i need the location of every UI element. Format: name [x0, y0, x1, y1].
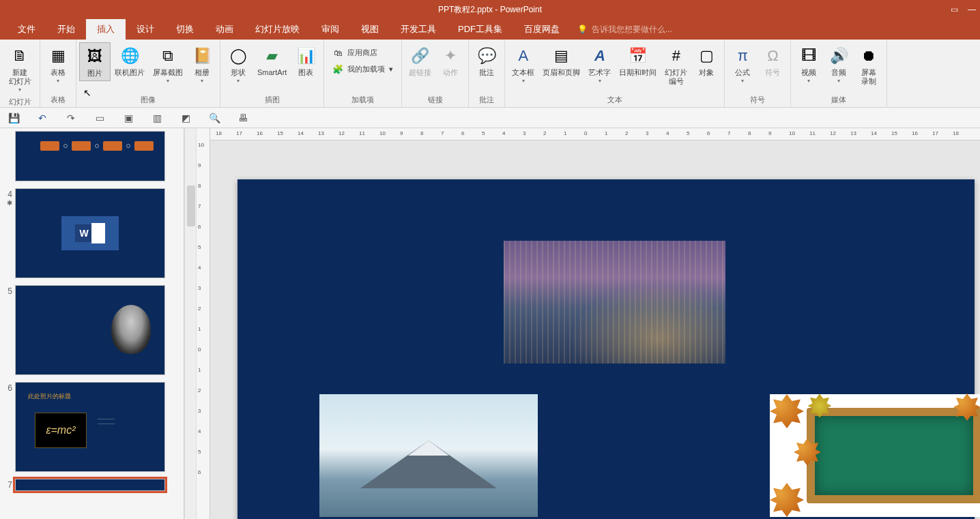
tab-review[interactable]: 审阅 [311, 19, 350, 40]
object-icon: ▢ [695, 45, 717, 67]
ruler-tick: 10 [379, 130, 386, 136]
tab-animations[interactable]: 动画 [205, 19, 244, 40]
table-button[interactable]: ▦ 表格 ▾ [43, 42, 73, 87]
chalkboard-leaves-image[interactable] [770, 394, 980, 517]
tab-baidu[interactable]: 百度网盘 [513, 19, 571, 40]
redo-button[interactable]: ↷ [64, 111, 78, 125]
group-text: A 文本框 ▾ ▤ 页眉和页脚 A 艺术字 ▾ 📅 日期和时间 # 幻灯片 编号 [505, 40, 725, 107]
qat-button-1[interactable]: ▭ [93, 111, 106, 125]
qat-button-4[interactable]: ◩ [179, 111, 192, 125]
photo-album-button[interactable]: 📔 相册 ▾ [187, 42, 217, 87]
chevron-down-icon: ▾ [741, 78, 744, 84]
symbol-button: Ω 符号 [758, 42, 788, 80]
qat-button-6[interactable]: 🖶 [236, 111, 250, 125]
smartart-button[interactable]: ▰ SmartArt [253, 42, 291, 80]
qat-button-5[interactable]: 🔍 [207, 111, 221, 125]
slide-thumb-5[interactable] [15, 285, 165, 375]
symbol-icon: Ω [762, 45, 783, 67]
tab-file[interactable]: 文件 [7, 19, 46, 40]
qat-button-2[interactable]: ▣ [121, 111, 135, 125]
ruler-tick: 8 [198, 183, 201, 189]
ruler-tick: 3 [523, 130, 525, 136]
chevron-down-icon: ▾ [837, 78, 840, 84]
qat-button-3[interactable]: ▥ [150, 111, 164, 125]
video-icon: 🎞 [798, 45, 820, 67]
textbox-button[interactable]: A 文本框 ▾ [508, 42, 538, 87]
portrait-image [111, 305, 151, 354]
comment-button[interactable]: 💬 批注 [472, 42, 502, 80]
thumbnail-scrollbar[interactable] [184, 128, 197, 519]
wordart-button[interactable]: A 艺术字 ▾ [584, 42, 615, 87]
ruler-tick: 7 [441, 130, 444, 136]
tab-transitions[interactable]: 切换 [165, 19, 205, 40]
slide-number-label: 5 [3, 285, 15, 296]
mountain-lake-image[interactable] [319, 394, 538, 517]
comment-icon: 💬 [476, 45, 498, 67]
chart-button[interactable]: 📊 图表 [291, 42, 321, 80]
screenshot-button[interactable]: ⧉ 屏幕截图 ▾ [149, 42, 187, 87]
slide-thumb-4[interactable]: W [15, 188, 165, 278]
undo-button[interactable]: ↶ [35, 111, 49, 125]
tab-home[interactable]: 开始 [46, 19, 86, 40]
store-button[interactable]: 🛍 应用商店 [330, 45, 396, 60]
ruler-tick: 5 [482, 130, 485, 136]
ribbon-display-options-icon[interactable]: ▭ [951, 5, 958, 14]
tell-me-search[interactable]: 💡 告诉我您想要做什么... [577, 19, 672, 40]
chevron-down-icon: ▾ [807, 78, 810, 84]
screen-recording-icon: ⏺ [858, 45, 880, 67]
online-pictures-icon: 🌐 [119, 45, 141, 67]
ruler-tick: 11 [359, 130, 365, 136]
thumb-title: 此处照片的标题 [28, 392, 71, 401]
shapes-icon: ◯ [227, 45, 249, 67]
slide-thumbnail-panel[interactable]: 4✱ W 5 6 此处照片的标题 ε=mc² —————————— 7 [0, 128, 184, 519]
ruler-tick: 5 [198, 244, 201, 250]
picture-button[interactable]: 🖼 图片 [79, 42, 111, 81]
slide-thumb-7[interactable] [15, 479, 165, 491]
header-footer-button[interactable]: ▤ 页眉和页脚 [538, 42, 584, 80]
object-button[interactable]: ▢ 对象 [691, 42, 721, 80]
ruler-tick: 15 [277, 130, 283, 136]
ruler-tick: 2 [198, 306, 201, 312]
minimize-button[interactable]: — [968, 5, 976, 14]
workspace: 4✱ W 5 6 此处照片的标题 ε=mc² —————————— 7 [0, 128, 980, 519]
city-night-image[interactable] [504, 241, 725, 364]
slide-edit-area[interactable]: 1817161514131211109876543210123456789101… [210, 128, 980, 519]
slide-thumb-6[interactable]: 此处照片的标题 ε=mc² —————————— [15, 382, 165, 472]
horizontal-ruler: 1817161514131211109876543210123456789101… [210, 128, 980, 140]
ruler-tick: 14 [298, 130, 304, 136]
ruler-tick: 16 [912, 130, 918, 136]
my-addins-button[interactable]: 🧩 我的加载项 ▾ [330, 61, 396, 76]
ruler-tick: 13 [318, 130, 324, 136]
ruler-tick: 18 [953, 130, 959, 136]
scrollbar-thumb[interactable] [187, 186, 195, 226]
equation-button[interactable]: π 公式 ▾ [727, 42, 758, 87]
slide-thumb-3[interactable] [15, 131, 165, 181]
tab-insert[interactable]: 插入 [86, 19, 126, 40]
video-button[interactable]: 🎞 视频 ▾ [794, 42, 824, 87]
ruler-tick: 2 [543, 130, 546, 136]
ruler-tick: 4 [502, 130, 505, 136]
ruler-tick: 6 [707, 130, 710, 136]
online-pictures-button[interactable]: 🌐 联机图片 [111, 42, 149, 80]
save-button[interactable]: 💾 [7, 111, 20, 125]
screen-recording-button[interactable]: ⏺ 屏幕 录制 [854, 42, 884, 89]
tab-design[interactable]: 设计 [126, 19, 165, 40]
audio-button[interactable]: 🔊 音频 ▾ [824, 42, 854, 87]
slide-number-button[interactable]: # 幻灯片 编号 [661, 42, 691, 89]
shapes-button[interactable]: ◯ 形状 ▾ [223, 42, 253, 87]
slide-number-icon: # [665, 45, 687, 67]
tab-slideshow[interactable]: 幻灯片放映 [244, 19, 311, 40]
header-footer-icon: ▤ [551, 45, 573, 67]
group-media: 🎞 视频 ▾ 🔊 音频 ▾ ⏺ 屏幕 录制 媒体 [791, 40, 887, 107]
tell-me-placeholder: 告诉我您想要做什么... [592, 24, 672, 35]
chevron-down-icon: ▾ [57, 78, 59, 84]
new-slide-button[interactable]: 🗎 新建 幻灯片 ▾ [3, 42, 37, 95]
tab-developer[interactable]: 开发工具 [390, 19, 447, 40]
ruler-tick: 1 [198, 367, 201, 373]
tab-view[interactable]: 视图 [350, 19, 390, 40]
slide-canvas[interactable] [237, 179, 975, 519]
ruler-tick: 16 [257, 130, 263, 136]
ruler-tick: 3 [198, 285, 201, 291]
datetime-button[interactable]: 📅 日期和时间 [615, 42, 661, 80]
tab-pdf-tools[interactable]: PDF工具集 [447, 19, 513, 40]
